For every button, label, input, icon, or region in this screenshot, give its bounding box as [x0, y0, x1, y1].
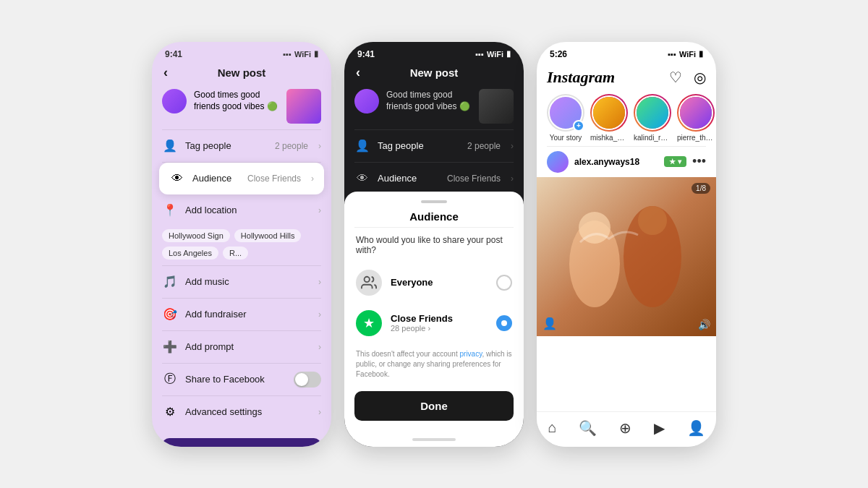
feed-badge: ★ ▾	[664, 156, 686, 167]
phone-1: 9:41 ▪▪▪ WiFi ▮ ‹ New post Good times go…	[152, 42, 331, 447]
profile-nav-icon[interactable]: 👤	[687, 419, 705, 437]
audience-label-2: Audience	[378, 173, 440, 184]
search-nav-icon[interactable]: 🔍	[579, 419, 597, 437]
volume-icon[interactable]: 🔊	[698, 319, 710, 330]
tag-more[interactable]: R...	[223, 247, 248, 260]
page-title-2: New post	[410, 67, 459, 79]
feed-avatar	[547, 151, 569, 173]
story-pierre[interactable]: pierre_thecor...	[677, 94, 715, 142]
tag-los-angeles[interactable]: Los Angeles	[162, 247, 218, 260]
signal-icon-2: ▪▪▪	[475, 50, 484, 59]
back-button-1[interactable]: ‹	[163, 65, 168, 80]
back-button-2[interactable]: ‹	[356, 65, 360, 80]
pierre-inner	[678, 95, 713, 130]
share-button-1[interactable]: Share	[162, 438, 321, 447]
advanced-settings-label: Advanced settings	[185, 406, 311, 417]
status-time-3: 5:26	[550, 49, 567, 59]
reels-nav-icon[interactable]: ▶	[654, 419, 665, 437]
close-friends-sub: 28 people ›	[391, 324, 453, 333]
instagram-logo: Instagram	[547, 68, 615, 87]
audience-sheet: Audience Who would you like to share you…	[344, 192, 524, 447]
status-time-2: 9:41	[357, 49, 375, 59]
tag-people-label: Tag people	[185, 140, 268, 151]
audience-highlight-row[interactable]: 👁 Audience Close Friends ›	[159, 163, 324, 194]
post-preview-2: Good times good friends good vibes 🟢	[344, 83, 524, 129]
your-story[interactable]: + Your story	[547, 94, 584, 142]
feed-post-header: alex.anyways18 ★ ▾ •••	[537, 147, 716, 177]
tag-people-label-2: Tag people	[378, 140, 460, 151]
close-friends-option[interactable]: ★ Close Friends 28 people ›	[344, 303, 524, 343]
close-friends-icon: ★	[356, 310, 382, 336]
messenger-icon[interactable]: ◎	[694, 69, 706, 86]
story-kalindi[interactable]: kalindi_rainb...	[634, 94, 671, 142]
sheet-handle	[421, 200, 447, 203]
tag-people-value-2: 2 people	[467, 141, 501, 151]
home-bar-2	[412, 438, 456, 441]
everyone-text: Everyone	[391, 277, 433, 288]
share-facebook-row[interactable]: Ⓕ Share to Facebook	[152, 364, 331, 395]
wifi-icon-3: WiFi	[679, 50, 696, 59]
page-title-1: New post	[218, 67, 266, 79]
story-mishka[interactable]: mishka_songs	[590, 94, 628, 142]
status-time-1: 9:41	[165, 49, 182, 59]
heart-icon[interactable]: ♡	[669, 69, 682, 86]
audience-row-2[interactable]: 👁 Audience Close Friends ›	[344, 163, 524, 194]
kalindi-avatar	[637, 97, 668, 129]
add-location-row[interactable]: 📍 Add location ›	[152, 194, 331, 226]
tag-icon-2: 👤	[354, 138, 370, 154]
add-music-row[interactable]: 🎵 Add music ›	[152, 266, 331, 298]
tag-people-row[interactable]: 👤 Tag people 2 people ›	[152, 130, 331, 162]
post-avatar-2	[354, 89, 379, 114]
add-prompt-row[interactable]: ➕ Add prompt ›	[152, 331, 331, 363]
share-facebook-label: Share to Facebook	[185, 374, 286, 385]
everyone-icon	[356, 270, 382, 296]
post-caption-1: Good times good friends good vibes 🟢	[194, 89, 279, 114]
privacy-link[interactable]: privacy	[459, 350, 482, 358]
fundraiser-chevron: ›	[318, 309, 321, 320]
everyone-radio[interactable]	[496, 275, 512, 291]
audience-chevron-2: ›	[511, 174, 514, 184]
add-fundraiser-row[interactable]: 🎯 Add fundraiser ›	[152, 299, 331, 330]
image-counter: 1/8	[692, 183, 710, 194]
nav-header-2: ‹ New post	[344, 62, 524, 83]
audience-chevron: ›	[311, 174, 314, 184]
home-nav-icon[interactable]: ⌂	[548, 419, 556, 436]
post-thumb-1	[286, 89, 321, 124]
tag-people-row-2[interactable]: 👤 Tag people 2 people ›	[344, 130, 524, 162]
feed-username[interactable]: alex.anyways18	[574, 157, 658, 167]
fundraiser-icon: 🎯	[162, 307, 178, 322]
audience-label: Audience	[192, 173, 240, 184]
nav-header-1: ‹ New post	[152, 62, 331, 83]
phone-2: 9:41 ▪▪▪ WiFi ▮ ‹ New post Good times go…	[344, 42, 524, 447]
close-friends-label: Close Friends	[391, 313, 453, 324]
add-music-label: Add music	[185, 276, 311, 287]
music-chevron: ›	[318, 277, 321, 287]
tag-people-value: 2 people	[275, 141, 308, 151]
location-icon: 📍	[162, 202, 178, 218]
home-indicator-2	[344, 432, 524, 447]
your-story-plus: +	[573, 120, 584, 132]
tag-hollywood-sign[interactable]: Hollywood Sign	[162, 229, 230, 242]
add-nav-icon[interactable]: ⊕	[619, 419, 631, 437]
audience-row-inner[interactable]: 👁 Audience Close Friends ›	[159, 163, 324, 194]
add-prompt-label: Add prompt	[185, 341, 311, 352]
close-friends-radio[interactable]	[496, 315, 512, 331]
prompt-chevron: ›	[318, 342, 321, 352]
facebook-icon: Ⓕ	[162, 372, 178, 388]
user-icon: 👤	[542, 317, 557, 330]
status-icons-1: ▪▪▪ WiFi ▮	[283, 49, 318, 59]
chevron-icon-2: ›	[511, 141, 514, 151]
audience-value-2: Close Friends	[447, 174, 501, 184]
done-button[interactable]: Done	[354, 391, 514, 421]
feed-more-icon[interactable]: •••	[692, 154, 706, 169]
facebook-toggle[interactable]	[294, 372, 321, 388]
tag-hollywood-hills[interactable]: Hollywood Hills	[234, 229, 302, 242]
music-icon: 🎵	[162, 274, 178, 290]
location-chevron: ›	[318, 205, 321, 215]
everyone-option[interactable]: Everyone	[344, 262, 524, 303]
status-icons-3: ▪▪▪ WiFi ▮	[668, 49, 703, 59]
advanced-settings-row[interactable]: ⚙ Advanced settings ›	[152, 396, 331, 428]
settings-chevron: ›	[318, 407, 321, 417]
status-bar-3: 5:26 ▪▪▪ WiFi ▮	[537, 42, 716, 62]
battery-icon-2: ▮	[506, 49, 511, 59]
